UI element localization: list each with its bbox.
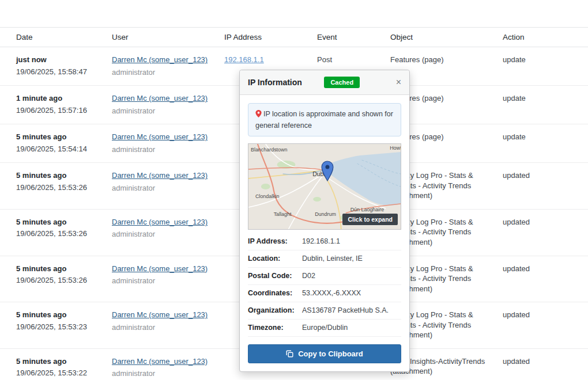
action-cell: updated: [503, 209, 588, 256]
map-expand-tooltip: Click to expand: [342, 214, 398, 225]
map-label-howth: Howth: [390, 145, 401, 151]
field-row-location: Location: Dublin, Leinster, IE: [248, 250, 401, 268]
user-role: administrator: [112, 368, 218, 379]
user-cell: Darren Mc (some_user_123)administrator: [112, 86, 224, 124]
field-row-organization: Organization: AS136787 PacketHub S.A.: [248, 302, 401, 320]
field-value: D02: [302, 272, 315, 280]
copy-button-label: Copy to Clipboard: [298, 349, 363, 358]
field-value: AS136787 PacketHub S.A.: [302, 306, 389, 314]
user-role: administrator: [112, 145, 218, 155]
field-label: Timezone:: [248, 324, 302, 332]
user-cell: Darren Mc (some_user_123)administrator: [112, 47, 224, 86]
ip-location-notice: IP location is approximate and shown for…: [248, 103, 401, 136]
col-header-action: Action: [503, 28, 588, 47]
user-link[interactable]: Darren Mc (some_user_123): [112, 264, 208, 273]
field-value: 192.168.1.1: [302, 237, 340, 245]
user-role: administrator: [112, 106, 218, 116]
relative-time: 5 minutes ago: [16, 171, 66, 180]
action-cell: updated: [503, 348, 588, 380]
relative-time: 5 minutes ago: [16, 264, 66, 273]
user-cell: Darren Mc (some_user_123)administrator: [112, 348, 224, 380]
datetime: 19/06/2025, 15:54:14: [16, 144, 106, 154]
col-header-ip: IP Address: [224, 28, 317, 47]
field-row-ip: IP Address: 192.168.1.1: [248, 233, 401, 250]
field-label: Organization:: [248, 306, 302, 314]
action-cell: updated: [503, 302, 588, 349]
col-header-date: Date: [0, 28, 112, 47]
user-cell: Darren Mc (some_user_123)administrator: [112, 302, 224, 349]
field-label: Location:: [248, 254, 302, 263]
relative-time: 1 minute ago: [16, 94, 62, 102]
map-label-dundrum: Dundrum: [315, 211, 336, 217]
popup-header: IP Information Cached ×: [240, 70, 409, 95]
user-role: administrator: [112, 229, 218, 240]
user-link[interactable]: Darren Mc (some_user_123): [112, 357, 208, 366]
user-link[interactable]: Darren Mc (some_user_123): [112, 218, 208, 226]
copy-to-clipboard-button[interactable]: Copy to Clipboard: [248, 344, 401, 363]
field-value: Dublin, Leinster, IE: [302, 254, 363, 263]
user-role: administrator: [112, 322, 218, 333]
notice-text: IP location is approximate and shown for…: [255, 110, 393, 130]
action-cell: updated: [503, 256, 588, 302]
ip-address-link[interactable]: 192.168.1.1: [224, 55, 264, 64]
relative-time: 5 minutes ago: [16, 132, 66, 141]
user-cell: Darren Mc (some_user_123)administrator: [112, 124, 224, 163]
datetime: 19/06/2025, 15:57:16: [16, 105, 106, 116]
field-value: Europe/Dublin: [302, 324, 348, 332]
popup-title: IP Information: [248, 78, 302, 87]
date-cell: 5 minutes ago19/06/2025, 15:53:22: [0, 348, 112, 380]
user-link[interactable]: Darren Mc (some_user_123): [112, 132, 208, 141]
action-cell: update: [503, 124, 588, 163]
map-label-blanchardstown: Blanchardstown: [251, 147, 287, 153]
user-link[interactable]: Darren Mc (some_user_123): [112, 171, 208, 180]
date-cell: 5 minutes ago19/06/2025, 15:53:26: [0, 256, 112, 302]
col-header-user: User: [112, 28, 224, 47]
user-link[interactable]: Darren Mc (some_user_123): [112, 94, 208, 102]
user-role: administrator: [112, 276, 218, 286]
map-label-tallaght: Tallaght: [274, 211, 292, 217]
date-cell: 5 minutes ago19/06/2025, 15:53:23: [0, 302, 112, 349]
relative-time: 5 minutes ago: [16, 310, 66, 319]
field-row-coordinates: Coordinates: 53.XXXX,-6.XXXX: [248, 285, 401, 302]
user-link[interactable]: Darren Mc (some_user_123): [112, 55, 208, 64]
date-cell: 5 minutes ago19/06/2025, 15:53:26: [0, 209, 112, 256]
close-icon[interactable]: ×: [396, 78, 401, 87]
location-pin-icon: [255, 111, 262, 119]
map-label-dun-laoghaire: Dún Laoghaire: [350, 207, 385, 212]
field-row-postal-code: Postal Code: D02: [248, 268, 401, 285]
date-cell: just now19/06/2025, 15:58:47: [0, 47, 112, 86]
field-label: Postal Code:: [248, 272, 302, 280]
cached-badge: Cached: [324, 77, 360, 88]
action-cell: update: [503, 86, 588, 124]
relative-time: 5 minutes ago: [16, 218, 66, 226]
datetime: 19/06/2025, 15:53:26: [16, 275, 106, 286]
ip-details: IP Address: 192.168.1.1 Location: Dublin…: [248, 233, 401, 337]
field-value: 53.XXXX,-6.XXXX: [302, 289, 361, 297]
action-cell: update: [503, 47, 588, 86]
field-label: IP Address:: [248, 237, 302, 245]
user-role: administrator: [112, 183, 218, 193]
field-row-timezone: Timezone: Europe/Dublin: [248, 320, 401, 337]
user-link[interactable]: Darren Mc (some_user_123): [112, 310, 208, 319]
user-cell: Darren Mc (some_user_123)administrator: [112, 209, 224, 256]
map-label-clondalkin: Clondalkin: [255, 193, 280, 199]
datetime: 19/06/2025, 15:53:26: [16, 183, 106, 193]
date-cell: 1 minute ago19/06/2025, 15:57:16: [0, 86, 112, 124]
relative-time: 5 minutes ago: [16, 357, 66, 366]
date-cell: 5 minutes ago19/06/2025, 15:53:26: [0, 163, 112, 210]
datetime: 19/06/2025, 15:53:23: [16, 322, 106, 332]
date-cell: 5 minutes ago19/06/2025, 15:54:14: [0, 124, 112, 163]
popup-body: IP location is approximate and shown for…: [240, 95, 409, 371]
copy-icon: [286, 350, 293, 358]
user-cell: Darren Mc (some_user_123)administrator: [112, 163, 224, 210]
ip-information-popup: IP Information Cached × IP location is a…: [239, 70, 410, 372]
datetime: 19/06/2025, 15:53:26: [16, 229, 106, 239]
action-cell: updated: [503, 163, 588, 210]
field-label: Coordinates:: [248, 289, 302, 297]
user-role: administrator: [112, 67, 218, 78]
user-cell: Darren Mc (some_user_123)administrator: [112, 256, 224, 302]
ip-map[interactable]: Blanchardstown Howth Dublin Clondalkin T…: [248, 143, 401, 230]
datetime: 19/06/2025, 15:53:22: [16, 368, 106, 378]
relative-time: just now: [16, 55, 47, 64]
table-header-row: Date User IP Address Event Object Action: [0, 28, 588, 47]
